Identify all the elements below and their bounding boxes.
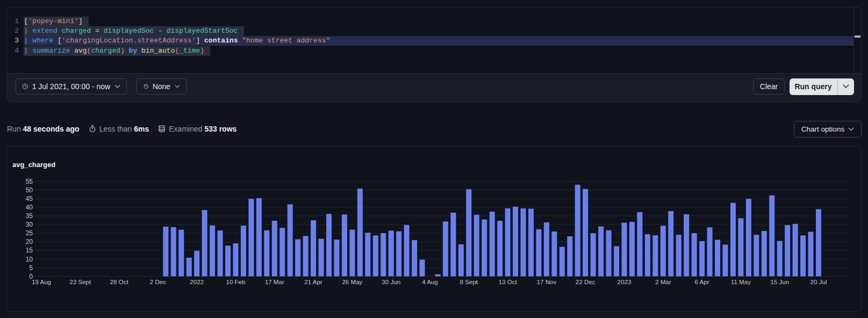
svg-text:2 Dec: 2 Dec [150, 278, 166, 285]
svg-text:26 May: 26 May [342, 278, 362, 285]
svg-text:10: 10 [26, 256, 33, 263]
svg-text:15 Jun: 15 Jun [770, 278, 789, 285]
svg-text:11 May: 11 May [731, 278, 751, 285]
svg-text:25: 25 [26, 229, 33, 237]
svg-text:30: 30 [26, 221, 33, 228]
svg-text:22 Dec: 22 Dec [576, 278, 596, 285]
svg-text:10 Feb: 10 Feb [226, 278, 245, 285]
svg-text:13 Oct: 13 Oct [499, 278, 518, 285]
svg-text:15: 15 [26, 247, 33, 254]
svg-text:2023: 2023 [618, 278, 632, 285]
svg-text:17 Mar: 17 Mar [265, 278, 284, 285]
svg-text:30 Jun: 30 Jun [382, 278, 400, 285]
svg-text:5: 5 [29, 264, 33, 272]
svg-text:6 Apr: 6 Apr [695, 278, 709, 285]
svg-text:45: 45 [26, 195, 33, 203]
svg-text:2022: 2022 [190, 278, 204, 285]
svg-text:17 Nov: 17 Nov [537, 278, 557, 285]
svg-text:35: 35 [26, 212, 33, 220]
svg-text:40: 40 [26, 204, 33, 211]
svg-text:20 Jul: 20 Jul [810, 278, 827, 285]
svg-text:50: 50 [26, 186, 33, 194]
svg-text:19 Aug: 19 Aug [32, 278, 51, 285]
svg-text:55: 55 [26, 178, 33, 185]
svg-text:21 Apr: 21 Apr [304, 278, 322, 285]
svg-text:23 Sept: 23 Sept [69, 278, 91, 285]
svg-text:28 Oct: 28 Oct [110, 278, 129, 285]
svg-text:4 Aug: 4 Aug [422, 278, 438, 285]
svg-text:8 Sept: 8 Sept [460, 278, 478, 285]
svg-text:20: 20 [26, 238, 33, 245]
svg-text:2 Mar: 2 Mar [655, 278, 671, 285]
